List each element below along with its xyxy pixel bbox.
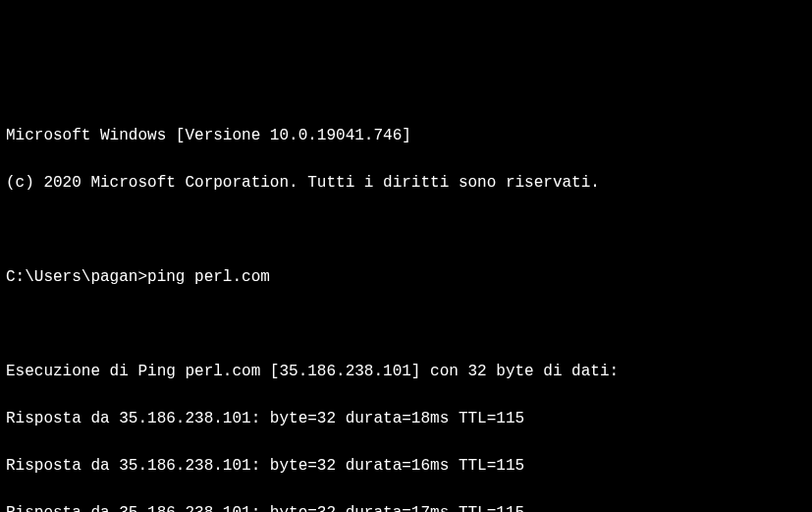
blank-line (6, 218, 806, 242)
blank-line (6, 313, 806, 336)
ping-reply: Risposta da 35.186.238.101: byte=32 dura… (6, 407, 806, 430)
copyright-line: (c) 2020 Microsoft Corporation. Tutti i … (6, 171, 806, 195)
ping-reply: Risposta da 35.186.238.101: byte=32 dura… (6, 501, 806, 512)
version-line: Microsoft Windows [Versione 10.0.19041.7… (6, 124, 806, 147)
ping-reply: Risposta da 35.186.238.101: byte=32 dura… (6, 454, 806, 478)
prompt-path: C:\Users\pagan> (6, 268, 147, 286)
command-text: ping perl.com (147, 268, 270, 286)
cmd-terminal[interactable]: Microsoft Windows [Versione 10.0.19041.7… (6, 100, 806, 512)
ping-exec-line: Esecuzione di Ping perl.com [35.186.238.… (6, 360, 806, 383)
prompt-line-1: C:\Users\pagan>ping perl.com (6, 265, 806, 289)
